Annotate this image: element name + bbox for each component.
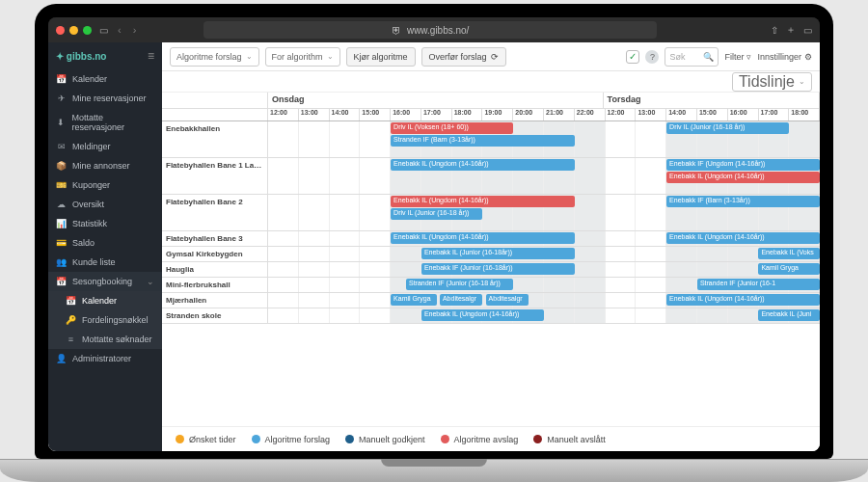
event-block[interactable]: Enebakk IL (Junior (16-18år)) — [421, 248, 575, 259]
time-cell[interactable] — [544, 278, 575, 292]
sidebar-item[interactable]: 📅Kalender — [48, 291, 162, 310]
event-block[interactable]: Driv IL (Junior (16-18 år)) — [391, 208, 482, 220]
event-block[interactable]: Enebakk IF (Ungdom (14-16år)) — [666, 159, 820, 171]
event-block[interactable]: Enebakk IL (Ungdom (14-16år)) — [391, 196, 575, 207]
time-cell[interactable] — [330, 308, 361, 323]
event-block[interactable]: Enebakk IL (Ungdom (14-16år)) — [391, 159, 575, 171]
time-cell[interactable] — [575, 247, 606, 261]
time-cell[interactable] — [728, 247, 759, 261]
sidebar-item[interactable]: 🔑Fordelingsnøkkel — [48, 310, 162, 330]
time-cell[interactable] — [299, 158, 330, 194]
sidebar-item[interactable]: ⬇Mottatte reservasjoner — [48, 108, 162, 137]
row-slots[interactable]: Enebakk IL (Ungdom (14-16år))Enebakk IF … — [268, 158, 820, 194]
time-cell[interactable] — [360, 158, 391, 194]
row-slots[interactable]: Stranden IF (Junior (16-18 år))Stranden … — [268, 278, 820, 292]
time-cell[interactable] — [330, 231, 361, 246]
time-cell[interactable] — [544, 308, 575, 323]
time-cell[interactable] — [636, 121, 666, 157]
run-algorithm-button[interactable]: Kjør algoritme — [346, 47, 416, 67]
time-cell[interactable] — [299, 247, 330, 261]
event-block[interactable]: Abditesalgr — [486, 294, 529, 306]
sidebar-item[interactable]: 📊Statistikk — [48, 214, 162, 233]
hamburger-icon[interactable]: ≡ — [148, 49, 154, 63]
time-cell[interactable] — [575, 278, 606, 292]
time-cell[interactable] — [360, 195, 391, 230]
toggle-checkbox[interactable]: ✓ — [626, 50, 639, 64]
time-cell[interactable] — [268, 195, 299, 230]
close-icon[interactable] — [56, 26, 65, 35]
sidebar-item[interactable]: 🎫Kuponger — [48, 175, 162, 195]
time-cell[interactable] — [544, 293, 575, 308]
sidebar-item[interactable]: 👥Kunde liste — [48, 253, 162, 272]
time-cell[interactable] — [360, 247, 391, 261]
for-algorithm-select[interactable]: For algorithm⌄ — [265, 47, 340, 67]
time-cell[interactable] — [330, 293, 361, 308]
event-block[interactable]: Stranden IF (Junior (16-18 år)) — [406, 279, 513, 290]
time-cell[interactable] — [513, 278, 544, 292]
time-cell[interactable] — [636, 278, 666, 292]
time-cell[interactable] — [666, 247, 697, 261]
time-cell[interactable] — [575, 308, 606, 323]
event-block[interactable]: Enebakk IL (Juni — [758, 309, 820, 321]
time-cell[interactable] — [391, 247, 421, 261]
time-cell[interactable] — [299, 293, 330, 308]
time-cell[interactable] — [299, 262, 330, 277]
row-slots[interactable]: Enebakk IL (Junior (16-18år))Enebakk IL … — [268, 247, 820, 261]
time-cell[interactable] — [606, 121, 637, 157]
row-slots[interactable]: Driv IL (Voksen (18+ 60))Stranden IF (Ba… — [268, 121, 820, 157]
row-slots[interactable]: Enebakk IL (Ungdom (14-16år))Driv IL (Ju… — [268, 195, 820, 230]
time-cell[interactable] — [636, 247, 666, 261]
time-cell[interactable] — [575, 231, 606, 246]
event-block[interactable]: Kamil Gryga — [391, 294, 437, 306]
time-cell[interactable] — [606, 195, 637, 230]
time-cell[interactable] — [575, 195, 606, 230]
time-cell[interactable] — [728, 308, 759, 323]
event-block[interactable]: Enebakk IF (Barn (3-13år)) — [666, 196, 820, 207]
time-cell[interactable] — [575, 121, 606, 157]
new-tab-icon[interactable]: ＋ — [786, 23, 796, 37]
maximize-icon[interactable] — [83, 26, 92, 35]
time-cell[interactable] — [728, 262, 759, 277]
sidebar-item[interactable]: 📅Sesongbooking⌄ — [48, 272, 162, 291]
time-cell[interactable] — [330, 262, 361, 277]
row-slots[interactable]: Enebakk IF (Junior (16-18år))Kamil Gryga — [268, 262, 820, 277]
event-block[interactable]: Kamil Gryga — [758, 263, 820, 275]
time-cell[interactable] — [636, 231, 666, 246]
time-cell[interactable] — [268, 231, 299, 246]
sidebar-item[interactable]: ≡Mottatte søknader — [48, 330, 162, 349]
event-block[interactable]: Enebakk IL (Ungdom (14-16år)) — [666, 294, 820, 306]
time-cell[interactable] — [268, 247, 299, 261]
minimize-icon[interactable] — [69, 26, 78, 35]
time-cell[interactable] — [666, 262, 697, 277]
time-cell[interactable] — [360, 293, 391, 308]
time-cell[interactable] — [299, 278, 330, 292]
time-cell[interactable] — [697, 308, 728, 323]
event-block[interactable]: Enebakk IL (Ungdom (14-16år)) — [391, 232, 575, 244]
time-cell[interactable] — [575, 158, 606, 194]
time-cell[interactable] — [299, 231, 330, 246]
event-block[interactable]: Enebakk IL (Ungdom (14-16år)) — [421, 309, 544, 321]
time-cell[interactable] — [636, 158, 666, 194]
time-cell[interactable] — [330, 158, 361, 194]
time-cell[interactable] — [636, 293, 666, 308]
time-cell[interactable] — [330, 195, 361, 230]
time-cell[interactable] — [575, 262, 606, 277]
event-block[interactable]: Enebakk IL (Ungdom (14-16år)) — [666, 232, 820, 244]
window-controls[interactable] — [56, 26, 92, 35]
share-icon[interactable]: ⇧ — [771, 25, 778, 36]
time-cell[interactable] — [697, 247, 728, 261]
time-cell[interactable] — [391, 308, 421, 323]
time-cell[interactable] — [330, 278, 361, 292]
row-slots[interactable]: Kamil GrygaAbditesalgrAbditesalgrEnebakk… — [268, 293, 820, 308]
time-cell[interactable] — [575, 293, 606, 308]
sidebar-item[interactable]: 📦Mine annonser — [48, 156, 162, 175]
time-cell[interactable] — [360, 278, 391, 292]
event-block[interactable]: Abditesalgr — [440, 294, 482, 306]
sidebar-toggle-icon[interactable]: ▭ — [99, 25, 108, 36]
tabs-icon[interactable]: ▭ — [803, 25, 812, 36]
time-cell[interactable] — [299, 195, 330, 230]
event-block[interactable]: Enebakk IF (Junior (16-18år)) — [421, 263, 575, 275]
time-cell[interactable] — [606, 231, 637, 246]
time-cell[interactable] — [606, 293, 637, 308]
event-block[interactable]: Driv IL (Voksen (18+ 60)) — [391, 122, 513, 134]
